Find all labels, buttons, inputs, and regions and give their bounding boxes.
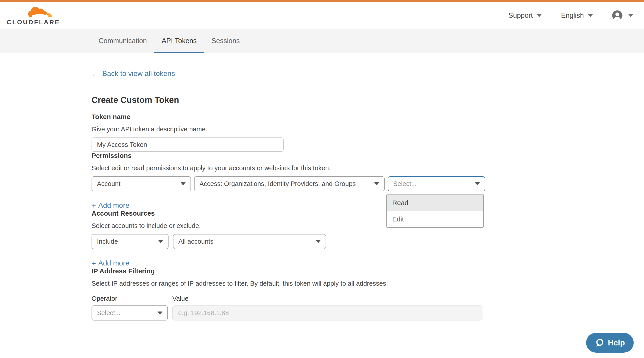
resource-accounts-select[interactable]: All accounts (173, 234, 326, 249)
chevron-down-icon (475, 182, 480, 185)
profile-tabbar: Communication API Tokens Sessions (0, 29, 644, 53)
menu-option-label: Read (392, 199, 408, 207)
chevron-down-icon (158, 240, 163, 243)
chevron-down-icon (158, 311, 162, 314)
menu-option-read[interactable]: Read (387, 194, 483, 211)
tab-api-tokens[interactable]: API Tokens (154, 29, 204, 53)
permissions-section: Permissions Select edit or read permissi… (92, 152, 644, 210)
account-menu[interactable] (612, 10, 633, 21)
permission-group-select[interactable]: Access: Organizations, Identity Provider… (194, 176, 384, 191)
account-resources-description: Select accounts to include or exclude. (92, 222, 644, 229)
support-menu[interactable]: Support (508, 12, 542, 20)
ip-filtering-description: Select IP addresses or ranges of IP addr… (92, 280, 644, 287)
chevron-down-icon (537, 14, 542, 17)
permissions-controls: Account Access: Organizations, Identity … (92, 176, 644, 191)
top-accent-bar (0, 0, 644, 2)
cloudflare-cloud-icon (26, 6, 52, 19)
back-link-label: Back to view all tokens (102, 69, 175, 78)
token-name-description: Give your API token a descriptive name. (92, 126, 644, 133)
operator-label: Operator (92, 295, 172, 302)
account-resources-add-more-link[interactable]: + Add more (92, 259, 130, 267)
permission-scope-select[interactable]: Account (92, 176, 191, 191)
account-resources-controls: Include All accounts (92, 234, 644, 249)
add-more-label: Add more (98, 259, 130, 267)
token-name-heading: Token name (92, 113, 644, 121)
ip-filtering-heading: IP Address Filtering (92, 267, 644, 275)
permission-level-wrap: Select... Read Edit (388, 176, 485, 191)
account-resources-section: Account Resources Select accounts to inc… (92, 210, 644, 267)
resource-accounts-value: All accounts (178, 238, 214, 245)
permission-level-select[interactable]: Select... (388, 176, 485, 191)
tab-label: Sessions (212, 37, 240, 45)
chevron-down-icon (181, 182, 186, 185)
tab-label: Communication (98, 37, 147, 45)
menu-option-edit[interactable]: Edit (387, 211, 483, 227)
permissions-heading: Permissions (92, 152, 644, 159)
tab-sessions[interactable]: Sessions (204, 29, 247, 53)
left-arrow-icon: ← (92, 70, 99, 78)
tab-label: API Tokens (162, 37, 196, 45)
language-menu-label: English (561, 12, 584, 20)
token-name-input[interactable] (92, 137, 284, 152)
ip-filtering-labels: Operator Value (92, 295, 644, 302)
header: CLOUDFLARE Support English (0, 2, 644, 29)
cloudflare-logo[interactable]: CLOUDFLARE (7, 6, 60, 25)
resource-mode-value: Include (97, 238, 118, 245)
permission-group-value: Access: Organizations, Identity Provider… (200, 180, 356, 188)
chevron-down-icon (374, 182, 379, 185)
permissions-add-more-link[interactable]: + Add more (92, 201, 130, 210)
cloudflare-wordmark: CLOUDFLARE (7, 19, 60, 25)
back-to-tokens-link[interactable]: ← Back to view all tokens (92, 69, 175, 78)
tab-communication[interactable]: Communication (91, 29, 154, 53)
menu-option-label: Edit (392, 215, 404, 223)
ip-value-input[interactable] (172, 305, 482, 320)
main-content: ← Back to view all tokens Create Custom … (0, 53, 644, 320)
account-resources-heading: Account Resources (92, 210, 644, 217)
permission-scope-value: Account (97, 180, 120, 188)
header-menus: Support English (508, 10, 633, 21)
ip-operator-select[interactable]: Select... (92, 305, 168, 320)
language-menu[interactable]: English (561, 12, 593, 20)
user-avatar-icon (612, 10, 622, 21)
chat-bubble-icon (595, 338, 604, 347)
permissions-description: Select edit or read permissions to apply… (92, 164, 644, 172)
permission-level-menu: Read Edit (386, 194, 484, 228)
page-title: Create Custom Token (92, 95, 644, 105)
ip-filtering-controls: Select... (92, 305, 644, 320)
ip-filtering-section: IP Address Filtering Select IP addresses… (92, 267, 644, 320)
plus-icon: + (92, 202, 96, 209)
ip-operator-placeholder: Select... (97, 309, 120, 317)
chevron-down-icon (628, 14, 633, 17)
support-menu-label: Support (508, 12, 533, 20)
chevron-down-icon (588, 14, 593, 17)
permission-level-placeholder: Select... (393, 180, 417, 188)
chevron-down-icon (316, 240, 321, 243)
resource-mode-select[interactable]: Include (92, 234, 168, 249)
token-name-section: Token name Give your API token a descrip… (92, 113, 644, 152)
value-label: Value (172, 295, 188, 302)
help-button-label: Help (608, 338, 625, 347)
plus-icon: + (92, 259, 96, 267)
add-more-label: Add more (98, 201, 130, 210)
help-button[interactable]: Help (586, 333, 634, 352)
